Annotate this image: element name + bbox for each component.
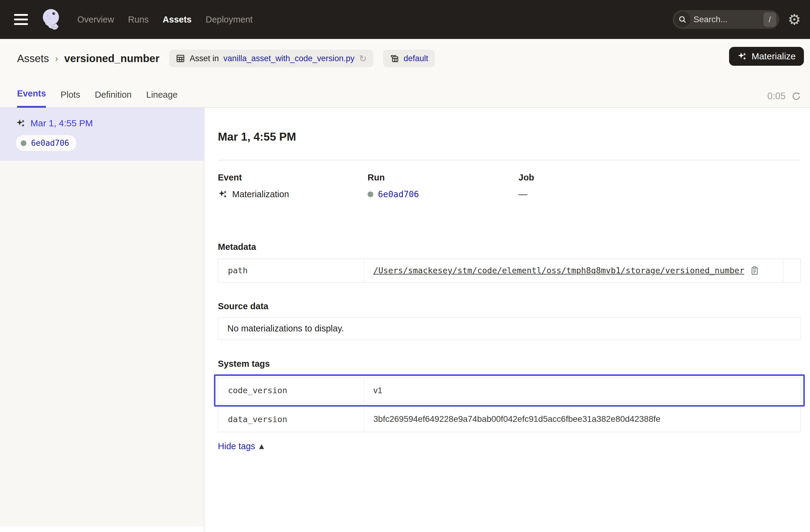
sparkles-icon	[16, 118, 26, 128]
run-status-dot	[368, 191, 373, 197]
metadata-table: path /Users/smackesey/stm/code/elementl/…	[218, 259, 801, 283]
page-header: Assets › versioned_number Asset in vanil…	[0, 39, 810, 108]
asset-badge-prefix: Asset in	[190, 54, 219, 63]
tab-lineage[interactable]: Lineage	[146, 90, 178, 107]
metadata-path-link[interactable]: /Users/smackesey/stm/code/elementl/oss/t…	[373, 266, 744, 275]
event-summary-columns: Event Materialization Run 6e0ad706 Job —	[218, 173, 801, 199]
tag-value-data-version: 3bfc269594ef649228e9a74bab00f042efc91d5a…	[364, 407, 800, 432]
search-shortcut-key: /	[763, 12, 776, 27]
asset-file-link[interactable]: vanilla_asset_with_code_version.py	[223, 54, 355, 63]
refresh-control[interactable]: 0:05	[767, 91, 801, 102]
event-detail-panel: Mar 1, 4:55 PM Event Materialization Run…	[205, 108, 810, 531]
system-tags-heading: System tags	[218, 359, 801, 369]
sparkles-icon	[737, 51, 747, 61]
event-timestamp-link[interactable]: Mar 1, 4:55 PM	[30, 118, 93, 128]
run-id-link[interactable]: 6e0ad706	[378, 189, 419, 199]
search-box[interactable]: /	[673, 10, 779, 29]
breadcrumb: Assets › versioned_number	[17, 52, 159, 65]
tab-plots[interactable]: Plots	[61, 90, 80, 107]
nav-item-deployment[interactable]: Deployment	[206, 15, 253, 25]
tab-bar: Events Plots Definition Lineage	[17, 88, 810, 107]
tab-events[interactable]: Events	[17, 88, 46, 108]
run-id-label: 6e0ad706	[31, 139, 69, 148]
job-column-label: Job	[518, 173, 801, 182]
reload-icon[interactable]: ↻	[359, 53, 367, 64]
divider	[218, 160, 801, 160]
nav-item-assets[interactable]: Assets	[163, 15, 192, 25]
hide-tags-label: Hide tags	[218, 441, 255, 451]
highlighted-row-outline: code_version v1	[214, 374, 805, 407]
gear-icon[interactable]: ⚙	[788, 12, 801, 27]
primary-nav: Overview Runs Assets Deployment	[77, 15, 253, 25]
event-list-sidebar: Mar 1, 4:55 PM 6e0ad706	[0, 108, 205, 531]
dagster-logo-icon[interactable]	[39, 7, 64, 32]
job-value: —	[518, 189, 527, 199]
page-title: versioned_number	[64, 52, 159, 65]
system-tags-section: System tags code_version v1 data_version…	[218, 359, 801, 451]
source-data-section: Source data No materializations to displ…	[218, 301, 801, 340]
tag-key-code-version: code_version	[218, 378, 364, 403]
metadata-end-cell	[783, 259, 800, 282]
materialize-button[interactable]: Materialize	[729, 47, 804, 66]
breadcrumb-separator: ›	[55, 53, 58, 64]
repo-badge-label: default	[404, 54, 428, 63]
materialize-label: Materialize	[751, 51, 796, 62]
event-list-item-selected[interactable]: Mar 1, 4:55 PM 6e0ad706	[0, 108, 204, 161]
event-column-label: Event	[218, 173, 368, 182]
top-nav: Overview Runs Assets Deployment / ⚙	[0, 0, 810, 39]
asset-grid-icon	[176, 54, 185, 63]
hide-tags-link[interactable]: Hide tags ▲	[218, 441, 264, 451]
metadata-key: path	[218, 259, 364, 282]
repo-badge[interactable]: default	[383, 50, 435, 67]
sparkles-icon	[218, 189, 228, 199]
search-input[interactable]	[693, 14, 761, 25]
tab-definition[interactable]: Definition	[95, 90, 132, 107]
asset-definition-badge: Asset in vanilla_asset_with_code_version…	[169, 50, 373, 67]
source-data-empty-message: No materializations to display.	[218, 318, 801, 340]
refresh-icon	[791, 91, 801, 101]
nav-item-runs[interactable]: Runs	[128, 15, 149, 25]
table-row: code_version v1	[218, 378, 801, 403]
run-id-pill[interactable]: 6e0ad706	[16, 135, 76, 151]
tag-value-code-version: v1	[364, 378, 800, 403]
breadcrumb-assets-link[interactable]: Assets	[17, 52, 49, 65]
repo-layers-icon	[390, 54, 399, 63]
system-tags-table: code_version v1 data_version 3bfc269594e…	[218, 374, 801, 432]
refresh-countdown: 0:05	[767, 91, 785, 102]
run-column-label: Run	[368, 173, 518, 182]
run-status-dot	[21, 140, 27, 146]
table-row: data_version 3bfc269594ef649228e9a74bab0…	[218, 407, 801, 432]
event-title: Mar 1, 4:55 PM	[218, 131, 801, 143]
caret-up-icon: ▲	[259, 442, 264, 450]
search-icon	[675, 12, 691, 27]
metadata-heading: Metadata	[218, 242, 801, 252]
source-data-heading: Source data	[218, 301, 801, 311]
tag-key-data-version: data_version	[218, 407, 364, 432]
metadata-section: Metadata path /Users/smackesey/stm/code/…	[218, 242, 801, 283]
nav-item-overview[interactable]: Overview	[77, 15, 114, 25]
clipboard-icon[interactable]	[750, 266, 760, 275]
menu-icon[interactable]	[14, 14, 28, 25]
event-type-value: Materialization	[232, 189, 289, 199]
